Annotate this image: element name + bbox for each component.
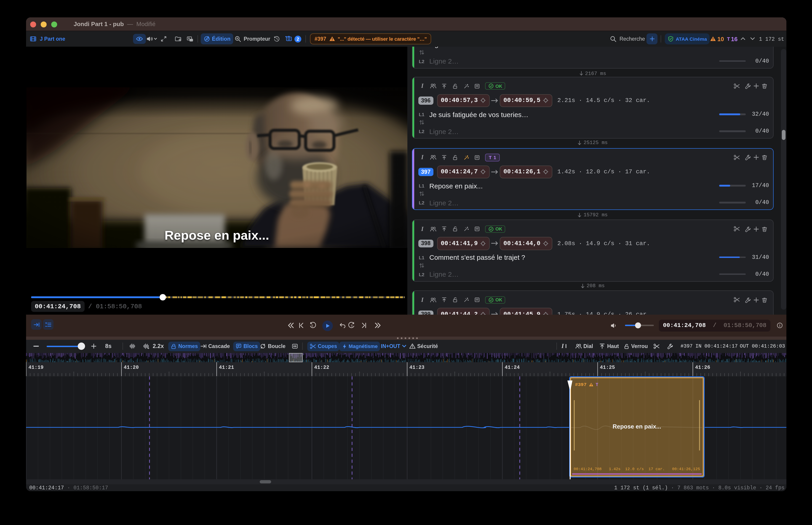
svg-text:5: 5 [351, 324, 353, 327]
svg-text:41:20: 41:20 [124, 365, 139, 371]
svg-text:5: 5 [311, 324, 313, 327]
svg-text:41:21: 41:21 [219, 365, 234, 371]
svg-text:41:23: 41:23 [410, 365, 425, 371]
svg-text:41:26: 41:26 [695, 365, 710, 371]
svg-text:41:22: 41:22 [314, 365, 329, 371]
svg-text:41:25: 41:25 [600, 365, 615, 371]
svg-text:41:19: 41:19 [28, 365, 43, 371]
svg-text:41:24: 41:24 [505, 365, 520, 371]
